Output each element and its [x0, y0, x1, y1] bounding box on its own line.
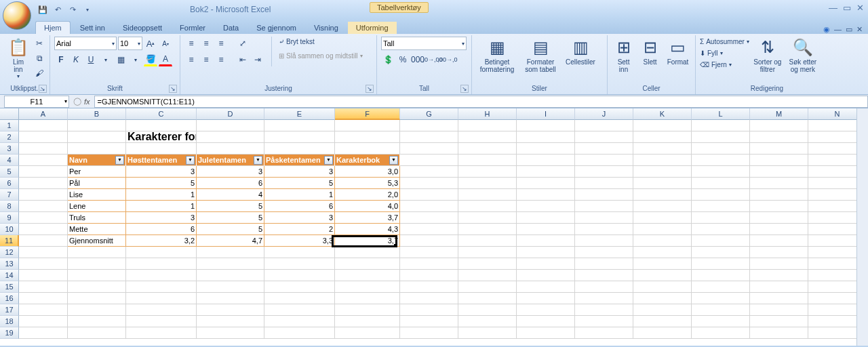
redo-icon[interactable]: ↷ — [66, 3, 79, 16]
filter-icon[interactable]: ▼ — [324, 156, 333, 165]
cell[interactable] — [517, 304, 575, 316]
tab-data[interactable]: Data — [215, 22, 247, 34]
accounting-icon[interactable]: 💲 — [381, 53, 395, 66]
tab-insert[interactable]: Sett inn — [72, 22, 113, 34]
cell[interactable] — [633, 293, 692, 304]
row-header[interactable]: 19 — [0, 327, 19, 339]
cell[interactable] — [517, 327, 575, 339]
cell[interactable] — [575, 201, 633, 212]
row-header[interactable]: 6 — [0, 178, 19, 189]
cell[interactable] — [264, 281, 335, 293]
cell[interactable] — [68, 304, 126, 316]
cell[interactable] — [400, 201, 458, 212]
cell[interactable] — [19, 189, 68, 201]
cell[interactable] — [692, 212, 750, 224]
cell[interactable] — [750, 131, 808, 143]
col-header[interactable]: L — [692, 108, 750, 120]
cell[interactable]: 4,3 — [335, 224, 400, 235]
cell[interactable] — [197, 281, 264, 293]
cell[interactable] — [750, 258, 808, 270]
cell[interactable] — [458, 212, 517, 224]
cell[interactable] — [575, 293, 633, 304]
increase-indent-icon[interactable]: ⇥ — [251, 53, 264, 66]
cell[interactable] — [458, 189, 517, 201]
row-header[interactable]: 15 — [0, 281, 19, 293]
circle-icon[interactable]: ◯ — [73, 97, 81, 106]
cell[interactable] — [517, 212, 575, 224]
cell[interactable] — [458, 224, 517, 235]
cell[interactable] — [19, 327, 68, 339]
cell[interactable] — [68, 327, 126, 339]
cell[interactable] — [400, 120, 458, 131]
cell[interactable] — [750, 304, 808, 316]
cell[interactable] — [126, 120, 197, 131]
cell[interactable] — [633, 201, 692, 212]
cell[interactable] — [517, 293, 575, 304]
cell[interactable] — [575, 247, 633, 258]
cell[interactable]: Truls — [68, 212, 126, 224]
cell[interactable] — [335, 270, 400, 281]
cell[interactable] — [126, 316, 197, 327]
ribbon-close-icon[interactable]: ✕ — [856, 25, 863, 34]
autosum-button[interactable]: ΣAutosummer▾ — [700, 37, 749, 47]
cell[interactable] — [633, 166, 692, 178]
cell[interactable] — [335, 293, 400, 304]
col-header[interactable]: B — [68, 108, 126, 120]
cell[interactable] — [750, 327, 808, 339]
cell[interactable]: 1 — [126, 201, 197, 212]
cell[interactable] — [19, 143, 68, 155]
cell[interactable] — [458, 166, 517, 178]
cell[interactable] — [126, 293, 197, 304]
cell[interactable] — [750, 201, 808, 212]
cell[interactable]: 6 — [197, 178, 264, 189]
row-header[interactable]: 17 — [0, 304, 19, 316]
cell[interactable]: 3,7 — [335, 212, 400, 224]
cell[interactable] — [633, 178, 692, 189]
orientation-icon[interactable]: ⤢ — [236, 37, 250, 50]
help-icon[interactable]: ◉ — [823, 25, 830, 34]
cell[interactable]: 1 — [126, 189, 197, 201]
ribbon-minimize-icon[interactable]: — — [834, 25, 842, 34]
cell[interactable] — [335, 258, 400, 270]
row-header[interactable]: 3 — [0, 143, 19, 155]
number-format-combo[interactable]: Tall▾ — [381, 37, 467, 50]
decrease-decimal-icon[interactable]: ,00→,0 — [441, 53, 454, 66]
clear-button[interactable]: ⌫Fjern▾ — [700, 60, 749, 70]
col-header[interactable]: F — [335, 108, 400, 120]
cell[interactable] — [458, 270, 517, 281]
cell[interactable]: 5 — [264, 178, 335, 189]
cell[interactable] — [400, 316, 458, 327]
cell[interactable] — [264, 131, 335, 143]
cell[interactable]: 3 — [126, 212, 197, 224]
cell[interactable] — [19, 120, 68, 131]
fx-icon[interactable]: fx — [84, 98, 90, 106]
cell[interactable]: 6 — [264, 201, 335, 212]
border-more-icon[interactable]: ▾ — [129, 53, 142, 66]
row-header[interactable]: 10 — [0, 224, 19, 235]
cell[interactable] — [517, 281, 575, 293]
cell[interactable]: 1 — [264, 189, 335, 201]
cell[interactable] — [575, 120, 633, 131]
percent-icon[interactable]: % — [396, 53, 410, 66]
cell[interactable] — [126, 247, 197, 258]
filter-icon[interactable]: ▼ — [389, 156, 398, 165]
copy-icon[interactable]: ⧉ — [33, 52, 46, 65]
col-header[interactable]: M — [750, 108, 808, 120]
cell[interactable] — [575, 166, 633, 178]
maximize-icon[interactable]: ▭ — [843, 3, 851, 13]
cell[interactable]: Navn▼ — [68, 155, 126, 166]
cell[interactable] — [68, 293, 126, 304]
cell[interactable] — [126, 258, 197, 270]
cell[interactable] — [692, 281, 750, 293]
cell[interactable] — [126, 327, 197, 339]
cell[interactable] — [633, 258, 692, 270]
number-launcher-icon[interactable]: ↘ — [460, 85, 469, 93]
cell[interactable] — [400, 235, 458, 247]
cell[interactable] — [692, 189, 750, 201]
cell[interactable]: 3 — [197, 166, 264, 178]
tab-formulas[interactable]: Formler — [172, 22, 214, 34]
cell[interactable] — [458, 281, 517, 293]
cell[interactable] — [458, 143, 517, 155]
cell[interactable] — [126, 143, 197, 155]
cell[interactable] — [517, 120, 575, 131]
